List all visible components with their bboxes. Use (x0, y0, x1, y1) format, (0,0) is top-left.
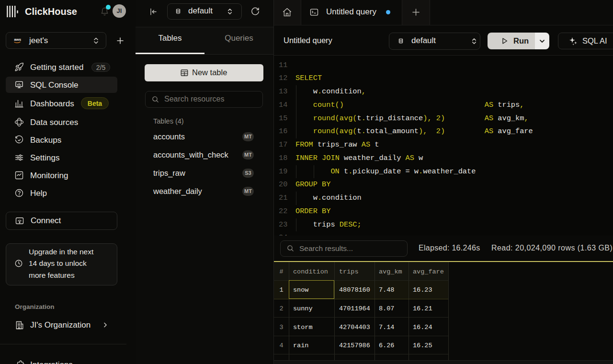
svg-text:aws: aws (14, 37, 21, 42)
